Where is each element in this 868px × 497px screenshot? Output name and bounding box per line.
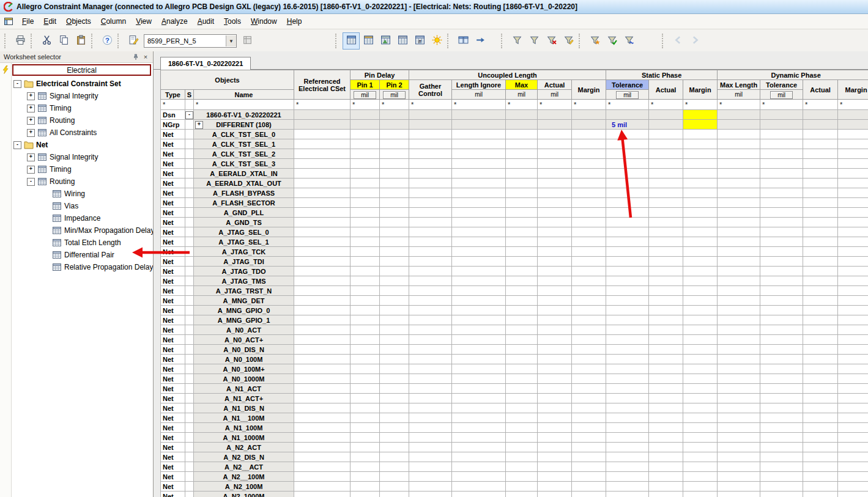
cell-pin1[interactable] [351, 218, 380, 227]
cell-mar_d[interactable] [838, 384, 868, 394]
cell-len_ign[interactable] [452, 364, 506, 374]
cell-type[interactable]: Net [161, 325, 185, 335]
cell-act_s[interactable] [649, 306, 683, 315]
cell-gather[interactable] [409, 335, 452, 345]
cell-act_d[interactable] [803, 296, 838, 306]
cell-mar_d[interactable] [838, 257, 868, 267]
cell-pin2[interactable] [380, 306, 409, 315]
cell-name[interactable]: A_N2_ACT [194, 443, 294, 452]
cell-mar_u[interactable] [572, 110, 606, 120]
cell-mar_s[interactable] [683, 384, 718, 394]
cell-gather[interactable] [409, 374, 452, 384]
cell-tol_s[interactable] [606, 306, 649, 315]
goto-arrow-button[interactable] [472, 32, 489, 50]
cell-act_s[interactable] [649, 247, 683, 257]
cell-pin2[interactable] [380, 472, 409, 482]
cell-pin2[interactable] [380, 139, 409, 149]
cell-pin1[interactable] [351, 227, 380, 237]
cell-act_u[interactable] [538, 218, 572, 227]
cell-pin1[interactable] [351, 296, 380, 306]
cell-tol_d[interactable] [760, 247, 803, 257]
cell-maxlen[interactable] [718, 394, 760, 403]
funnel-x-button[interactable] [543, 32, 560, 50]
cell-len_ign[interactable] [452, 413, 506, 423]
cell-max_u[interactable] [506, 345, 538, 355]
cell-act_u[interactable] [538, 237, 572, 247]
cell-name[interactable]: A_N1__100M [194, 413, 294, 423]
cell-s[interactable] [185, 355, 194, 364]
cell-tol_d[interactable] [760, 149, 803, 159]
cell-s[interactable] [185, 198, 194, 208]
cell-tol_d[interactable] [760, 325, 803, 335]
cell-type[interactable]: Net [161, 257, 185, 267]
cell-ref[interactable] [294, 364, 351, 374]
cell-maxlen[interactable] [718, 149, 760, 159]
cell-pin2[interactable] [380, 179, 409, 188]
cell-len_ign[interactable] [452, 491, 506, 497]
worksheet-color-button[interactable] [360, 32, 377, 50]
cell-mar_s[interactable] [683, 335, 718, 345]
cell-type[interactable]: Net [161, 355, 185, 364]
cell-name[interactable]: A_MNG_GPIO_1 [194, 315, 294, 325]
cell-act_d[interactable] [803, 452, 838, 462]
cell-act_u[interactable] [538, 306, 572, 315]
cell-mar_d[interactable] [838, 130, 868, 139]
cell-act_d[interactable] [803, 394, 838, 403]
cell-type[interactable]: Net [161, 491, 185, 497]
cell-tol_d[interactable] [760, 120, 803, 130]
cell-mar_d[interactable] [838, 267, 868, 276]
cell-pin1[interactable] [351, 482, 380, 491]
cell-pin1[interactable] [351, 159, 380, 169]
cell-tol_s[interactable] [606, 423, 649, 433]
cell-s[interactable] [185, 364, 194, 374]
cell-mar_s[interactable] [683, 374, 718, 384]
cell-mar_u[interactable] [572, 188, 606, 198]
cell-act_u[interactable] [538, 364, 572, 374]
cell-s[interactable] [185, 394, 194, 403]
cell-act_u[interactable] [538, 227, 572, 237]
cell-pin1[interactable] [351, 374, 380, 384]
cell-type[interactable]: Net [161, 169, 185, 179]
cell-act_u[interactable] [538, 120, 572, 130]
cell-max_u[interactable] [506, 472, 538, 482]
cell-gather[interactable] [409, 423, 452, 433]
cell-gather[interactable] [409, 472, 452, 482]
expander-minus-icon[interactable]: - [13, 80, 21, 88]
cell-tol_s[interactable] [606, 443, 649, 452]
cell-name[interactable]: A_FLASH_SECTOR [194, 198, 294, 208]
cell-mar_d[interactable] [838, 169, 868, 179]
cell-ref[interactable] [294, 355, 351, 364]
cell-pin2[interactable] [380, 149, 409, 159]
cell-pin1[interactable] [351, 267, 380, 276]
cell-mar_u[interactable] [572, 120, 606, 130]
cell-gather[interactable] [409, 237, 452, 247]
cell-pin2[interactable] [380, 286, 409, 296]
cell-mar_s[interactable] [683, 257, 718, 267]
cell-act_u[interactable] [538, 179, 572, 188]
cell-tol_s[interactable] [606, 413, 649, 423]
cell-maxlen[interactable] [718, 335, 760, 345]
cell-pin1[interactable] [351, 413, 380, 423]
cell-s[interactable] [185, 325, 194, 335]
header-margin-dynamic[interactable]: Margin [838, 80, 868, 100]
cell-type[interactable]: Net [161, 315, 185, 325]
cell-mar_d[interactable] [838, 315, 868, 325]
cell-len_ign[interactable] [452, 169, 506, 179]
cell-mar_d[interactable] [838, 296, 868, 306]
cell-maxlen[interactable] [718, 403, 760, 413]
cell-pin1[interactable] [351, 335, 380, 345]
cell-ref[interactable] [294, 257, 351, 267]
cell-mar_u[interactable] [572, 433, 606, 443]
cell-s[interactable] [185, 257, 194, 267]
cell-gather[interactable] [409, 179, 452, 188]
cell-act_u[interactable] [538, 159, 572, 169]
cell-mar_u[interactable] [572, 257, 606, 267]
cell-tol_s[interactable] [606, 218, 649, 227]
nav-back-button[interactable] [669, 32, 686, 50]
cell-ref[interactable] [294, 149, 351, 159]
cell-max_u[interactable] [506, 276, 538, 286]
cell-mar_u[interactable] [572, 218, 606, 227]
cell-mar_d[interactable] [838, 364, 868, 374]
cell-gather[interactable] [409, 110, 452, 120]
printer-button[interactable] [12, 32, 29, 50]
